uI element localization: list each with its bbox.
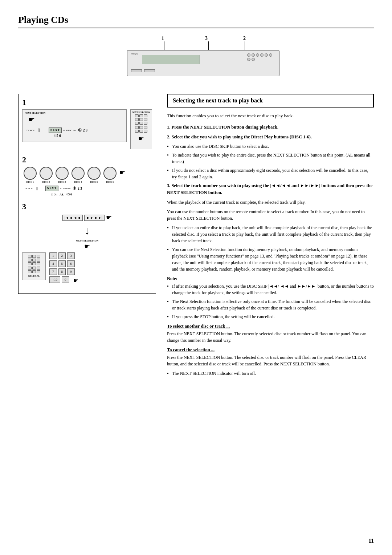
page-header: Playing CDs xyxy=(18,15,374,28)
bottom-btn-1 xyxy=(131,69,142,72)
btn-r3 xyxy=(256,53,259,57)
indicator-line-3 xyxy=(208,41,209,51)
disc-1-circle xyxy=(24,167,37,180)
btn-r6 xyxy=(269,53,272,57)
main-content: 1 NEXT SELECTION ☛ TRACK NEXT ≡ xyxy=(18,94,374,379)
hand-cursor-5: ☛ xyxy=(49,277,78,284)
remote-control-1: NEXT SELECTION xyxy=(130,109,152,149)
skip-next-btn[interactable]: ►► ►►| xyxy=(84,215,105,221)
disc-5-btn[interactable]: DISC 5 xyxy=(87,167,101,183)
num-btn-7[interactable]: 7 xyxy=(49,268,57,275)
hand-cursor-3: ☛ xyxy=(106,214,112,222)
btn-r2 xyxy=(252,53,255,57)
arrow-down: ↓ xyxy=(22,224,152,237)
track-label-2: TRACK xyxy=(24,187,33,190)
to-cancel-text: Press the NEXT SELECTION button. The sel… xyxy=(167,354,374,367)
next-sel-label-unit: NEXT SELECTION xyxy=(25,112,124,114)
track-label: TRACK xyxy=(26,129,35,132)
to-select-text: Press the NEXT SELECTION button. The cur… xyxy=(167,331,374,344)
step-1-number: 1 xyxy=(22,98,152,107)
note-bullet-3: If you press the STOP button, the settin… xyxy=(167,313,374,320)
hand-cursor-remote-1: ☛ xyxy=(138,135,144,143)
label-1: 1 xyxy=(162,36,164,41)
skip-buttons: |◄◄ ◄◄ ►► ►►| ☛ xyxy=(22,214,152,222)
label-3: 3 xyxy=(205,36,208,41)
page-number: 11 xyxy=(368,538,374,544)
indicator-line-2 xyxy=(245,41,245,51)
num-buttons: 1 2 3 4 5 6 7 8 9 xyxy=(49,252,75,284)
num-btn-2[interactable]: 2 xyxy=(58,252,66,259)
note-bullet-2: The Next Selection function is effective… xyxy=(167,298,374,311)
disc-2-btn[interactable]: DISC 2 xyxy=(40,167,53,183)
step-3-text: 3. Select the track number you wish to p… xyxy=(167,182,374,196)
disc-4-btn[interactable]: DISC 4 xyxy=(72,167,85,183)
step-3-section: 3 |◄◄ ◄◄ ►► ►►| ☛ ↓ NEXT SELECTION ☛ xyxy=(22,202,152,284)
step-2-number: 2 xyxy=(22,155,152,165)
disc-1-btn[interactable]: DISC 1 xyxy=(24,167,37,183)
label-2: 2 xyxy=(243,36,246,41)
display-readout: NEXT xyxy=(49,127,62,133)
disc-3-circle xyxy=(56,167,69,180)
disc-2-circle xyxy=(40,167,53,180)
top-device-diagram: 1 3 2 integra xyxy=(18,36,374,83)
left-panel: 1 NEXT SELECTION ☛ TRACK NEXT ≡ xyxy=(18,94,156,294)
num-btn-1[interactable]: 1 xyxy=(49,252,57,259)
step3-next-sel: NEXT SELECTION ☛ xyxy=(22,239,152,250)
bottom-btn-2 xyxy=(144,69,155,72)
disc-4-circle xyxy=(72,167,85,180)
display-row-2: TRACK NEXT ≡ dIs#No. ① 2 3 xyxy=(24,186,150,191)
step-1-text: 1. Press the NEXT SELECTION button durin… xyxy=(167,124,374,131)
page-title: Playing CDs xyxy=(18,15,68,25)
skip-prev-btn[interactable]: |◄◄ ◄◄ xyxy=(62,215,83,221)
hand-cursor-4: ☛ xyxy=(84,242,90,250)
buttons-area xyxy=(247,53,276,61)
note-bullet-1: If after making your selection, you use … xyxy=(167,283,374,296)
num-btn-6[interactable]: 6 xyxy=(67,260,75,267)
disc-6-btn[interactable]: DISC 6 xyxy=(103,167,117,183)
btn-r8 xyxy=(252,58,255,61)
disc-2-label: DISC 2 xyxy=(42,181,50,183)
step3-body2: You can use the number buttons on the re… xyxy=(167,208,374,222)
remote-next-sel-label: NEXT SELECTION xyxy=(132,111,150,113)
bullet-gen-1: If you select an entire disc to play bac… xyxy=(167,224,374,244)
btn-r7 xyxy=(247,58,250,61)
num-btn-9[interactable]: 9 xyxy=(67,268,75,275)
btn-r5 xyxy=(265,53,268,57)
intro-text: This function enables you to select the … xyxy=(167,113,374,119)
btn-r1 xyxy=(247,53,250,57)
section-title: Selecting the next track to play back xyxy=(167,94,374,108)
disc-5-circle xyxy=(87,167,101,180)
step-1-section: 1 NEXT SELECTION ☛ TRACK NEXT ≡ xyxy=(22,98,152,149)
display-numbers: TRACK NEXT ≡ DISC No. ① 2 3 xyxy=(26,127,124,133)
num-btn-3[interactable]: 3 xyxy=(67,252,75,259)
bullet-2-2: To indicate that you wish to play the en… xyxy=(167,152,374,165)
disc-1-label: DISC 1 xyxy=(26,181,34,183)
num-btn-8[interactable]: 8 xyxy=(58,268,66,275)
disc-5-label: DISC 5 xyxy=(90,181,98,183)
right-panel: Selecting the next track to play back Th… xyxy=(163,94,374,379)
display-area xyxy=(142,55,200,64)
bullet-gen-2: You can use the Next Selection function … xyxy=(167,246,374,272)
disc-3-btn[interactable]: DISC 3 xyxy=(56,167,69,183)
disc-4-label: DISC 4 xyxy=(74,181,82,183)
num-btn-5[interactable]: 5 xyxy=(58,260,66,267)
step3-body: When the playback of the current track i… xyxy=(167,199,374,206)
num-btn-4[interactable]: 4 xyxy=(49,260,57,267)
display-numbers-row2: 4 5 6 xyxy=(54,134,124,138)
track-indicator xyxy=(38,129,40,132)
disc-3-label: DISC 3 xyxy=(58,181,66,183)
disc-6-circle xyxy=(103,167,117,180)
step-2-section: 2 DISC 1 DISC 2 DISC 3 xyxy=(22,155,152,196)
next-sel-label-3: NEXT SELECTION xyxy=(76,239,98,242)
bullet-2-1: You can also use the DISC SKIP button to… xyxy=(167,143,374,150)
disc-6-label: DISC 6 xyxy=(106,181,114,183)
to-select-heading: To select another disc or track ... xyxy=(167,324,374,329)
bullet-2-3: If you do not select a disc within appro… xyxy=(167,167,374,180)
indicator-line-1 xyxy=(164,41,164,51)
step-3-number: 3 xyxy=(22,202,152,211)
remote-control-3: GENERAL xyxy=(22,252,46,280)
btn-r4 xyxy=(260,53,264,57)
bottom-strip xyxy=(131,69,275,73)
note-label: Note: xyxy=(167,276,374,281)
brand-label: integra xyxy=(131,52,138,55)
